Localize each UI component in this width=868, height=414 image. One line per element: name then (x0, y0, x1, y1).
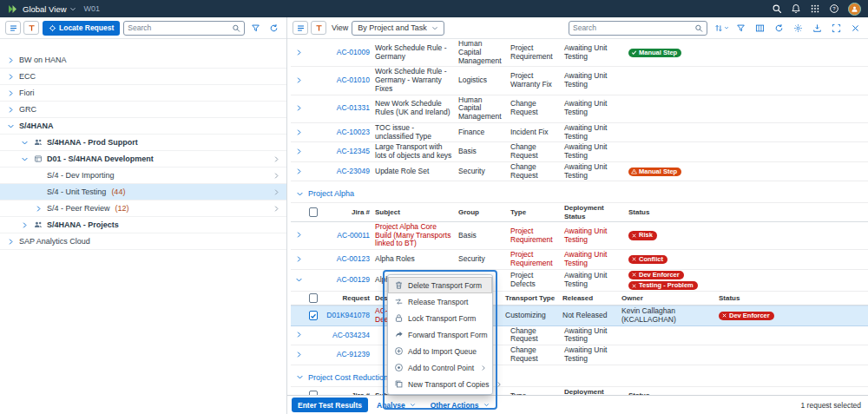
task-row[interactable]: AC-23049Update Role SetSecurityChange Re… (291, 162, 868, 182)
tree-item[interactable]: S/4HANA (0, 118, 286, 135)
menu-item[interactable]: Add to Import Queue (388, 343, 492, 359)
task-row[interactable]: AC-01009Work Schedule Rule - GermanyHuma… (291, 39, 868, 67)
transport-row[interactable]: D01K941078AC-00129/WPP-002 Deep Impact T… (291, 306, 868, 326)
chevron-down-icon[interactable] (19, 154, 30, 164)
view-select[interactable]: By Project and Task (352, 21, 444, 36)
jira-link[interactable]: AC-00123 (337, 255, 370, 263)
chevron-right-icon[interactable] (5, 236, 16, 246)
tree-item[interactable]: S/4 - Peer Review(12) (0, 200, 286, 217)
tree-item[interactable]: BW on HANA (0, 52, 286, 69)
left-search-input[interactable] (128, 23, 232, 32)
chevron-down-icon[interactable] (294, 372, 305, 383)
select-all-checkbox[interactable] (309, 207, 318, 217)
task-row[interactable]: AC-00129Alpha - Security FixesSecurityPr… (291, 270, 868, 292)
chevron-down-icon[interactable] (293, 274, 304, 285)
task-row[interactable]: AC-10023TOC issue - unclassified TypeFin… (291, 123, 868, 143)
tree-item[interactable]: Fiori (0, 85, 286, 102)
chevron-right-icon[interactable] (271, 203, 281, 214)
other-actions-button[interactable]: Other Actions (428, 400, 495, 411)
task-row[interactable]: AC-034234Change RequestAwaiting Unit Tes… (291, 326, 868, 346)
avatar[interactable] (848, 3, 861, 16)
chevron-right-icon[interactable] (293, 147, 304, 157)
chevron-right-icon[interactable] (5, 88, 16, 98)
task-row[interactable]: AC-01010Work Schedule Rule - Germany - W… (291, 67, 868, 95)
tree-item[interactable]: ECC (0, 69, 286, 85)
tree-item[interactable]: GRC (0, 102, 286, 118)
chevron-right-icon[interactable] (293, 330, 304, 340)
chevron-right-icon[interactable] (293, 166, 304, 176)
transport-forms-view-button[interactable] (5, 21, 21, 35)
jira-link[interactable]: AC-01331 (337, 104, 370, 112)
chevron-right-icon[interactable] (271, 187, 281, 197)
close-icon[interactable] (848, 21, 863, 35)
refresh-icon[interactable] (266, 21, 281, 35)
chevron-right-icon[interactable] (5, 104, 16, 115)
jira-link[interactable]: AC-01010 (337, 76, 370, 84)
global-view-menu[interactable]: Global View (23, 4, 76, 14)
search-icon[interactable] (694, 23, 703, 32)
table-search-box[interactable] (569, 21, 707, 36)
locate-request-button[interactable]: Locate Request (43, 21, 120, 36)
export-icon[interactable] (810, 21, 825, 35)
jira-link[interactable]: AC-00129 (337, 276, 370, 284)
jira-link[interactable]: AC-91239 (337, 351, 370, 358)
jira-link[interactable]: AC-034234 (332, 332, 370, 339)
tree-item[interactable]: SAP Analytics Cloud (0, 233, 286, 250)
menu-item[interactable]: Release Transport (388, 293, 492, 310)
jira-link[interactable]: AC-00011 (337, 232, 370, 240)
chevron-right-icon[interactable] (5, 55, 16, 65)
chevron-right-icon[interactable] (293, 127, 304, 137)
settings-icon[interactable] (791, 21, 806, 35)
tree-item[interactable]: D01 - S/4HANA Development (0, 151, 286, 168)
select-all-checkbox[interactable] (309, 391, 318, 395)
chevron-down-icon[interactable] (5, 121, 16, 131)
chevron-right-icon[interactable] (271, 170, 281, 181)
table-search-input[interactable] (573, 23, 694, 32)
chevron-right-icon[interactable] (5, 71, 16, 82)
refresh-icon[interactable] (772, 21, 786, 35)
enter-test-results-button[interactable]: Enter Test Results (292, 398, 368, 412)
chevron-right-icon[interactable] (293, 47, 304, 57)
menu-item[interactable]: Delete Transport Form (388, 277, 492, 293)
search-icon[interactable] (772, 3, 783, 15)
section-header[interactable]: Project Cost Reduction (291, 365, 868, 387)
analyse-button[interactable]: Analyse (374, 400, 421, 411)
help-icon[interactable]: ? (829, 3, 840, 15)
jira-link[interactable]: AC-12345 (337, 148, 370, 155)
task-row[interactable]: AC-00123Alpha RolesSecurityProject Requi… (291, 250, 868, 270)
tree-item[interactable]: S/4HANA - Projects (0, 217, 286, 233)
chevron-right-icon[interactable] (293, 230, 304, 240)
task-row[interactable]: AC-00011Project Alpha Core Build (Many T… (291, 222, 868, 250)
chevron-right-icon[interactable] (293, 75, 304, 85)
tree-item[interactable]: S/4 - Unit Testing(44) (0, 184, 286, 200)
chevron-right-icon[interactable] (271, 154, 281, 164)
menu-item[interactable]: Add to Control Point (388, 359, 492, 376)
chevron-down-icon[interactable] (19, 137, 30, 148)
fullscreen-icon[interactable] (829, 21, 844, 35)
task-row[interactable]: AC-12345Large Transport with lots of obj… (291, 142, 868, 162)
task-row[interactable]: AC-91239Change RequestAwaiting Unit Test… (291, 345, 868, 365)
chevron-right-icon[interactable] (293, 349, 304, 359)
chevron-right-icon[interactable] (293, 253, 304, 264)
chevron-right-icon[interactable] (293, 103, 304, 114)
task-row[interactable]: AC-01331New Work Schedule Rules (UK and … (291, 95, 868, 123)
jira-link[interactable]: AC-10023 (337, 128, 370, 136)
chevron-right-icon[interactable] (33, 203, 43, 214)
tree-item[interactable]: S/4 - Dev Importing (0, 168, 286, 184)
chevron-right-icon[interactable] (19, 220, 30, 230)
filter-icon[interactable] (733, 21, 748, 35)
jira-link[interactable]: AC-23049 (337, 168, 370, 175)
chevron-down-icon[interactable] (294, 188, 305, 199)
transport-forms-view-button[interactable] (293, 21, 308, 35)
menu-item[interactable]: Forward Transport Form (388, 326, 492, 343)
transport-link[interactable]: D01K941078 (326, 312, 370, 319)
transport-checkbox[interactable] (309, 311, 318, 320)
menu-item[interactable]: New Transport of Copies (388, 376, 492, 392)
apps-icon[interactable] (810, 3, 821, 15)
jira-link[interactable]: AC-01009 (337, 49, 370, 56)
section-header[interactable]: Project Alpha (291, 181, 868, 203)
columns-icon[interactable] (753, 21, 767, 35)
menu-item[interactable]: Lock Transport Form (388, 310, 492, 326)
select-all-transports-checkbox[interactable] (309, 293, 318, 303)
sort-icon[interactable] (714, 21, 729, 35)
